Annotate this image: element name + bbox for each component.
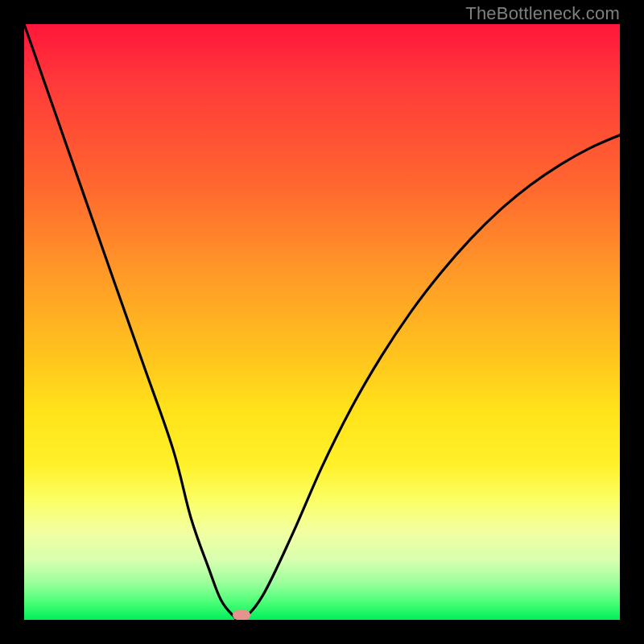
- watermark-text: TheBottleneck.com: [465, 3, 620, 24]
- chart-frame: TheBottleneck.com: [0, 0, 644, 644]
- bottleneck-curve: [24, 24, 620, 620]
- optimal-point-marker: [233, 610, 250, 620]
- plot-area: [24, 24, 620, 620]
